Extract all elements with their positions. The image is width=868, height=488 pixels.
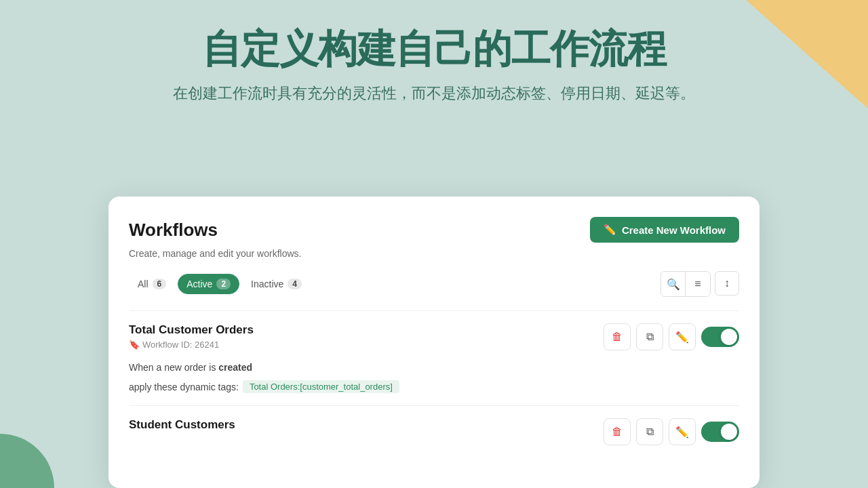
toggle-2[interactable]: [701, 422, 739, 442]
trash-icon-1: 🗑: [612, 331, 623, 343]
workflow-id-text-1: Workflow ID: 26241: [142, 340, 219, 350]
sort-icon: ↕: [724, 277, 730, 289]
filter-all-count: 6: [153, 279, 167, 289]
sort-button[interactable]: ↕: [715, 271, 739, 296]
filter-tab-all[interactable]: All 6: [129, 274, 175, 294]
tags-label-1: apply these dynamic tags:: [129, 382, 239, 392]
toggle-knob-1: [721, 329, 737, 345]
filter-inactive-count: 4: [288, 279, 302, 289]
edit-icon-1: ✏️: [675, 331, 689, 344]
filter-tab-inactive[interactable]: Inactive 4: [242, 274, 311, 294]
toolbar-right: 🔍 ≡ ↕: [660, 271, 739, 297]
search-filter-group: 🔍 ≡: [660, 271, 711, 297]
edit-button-2[interactable]: ✏️: [669, 418, 696, 445]
workflow-item-2-header: Student Customers 🗑 ⧉ ✏️: [129, 418, 739, 445]
copy-icon-1: ⧉: [646, 331, 654, 343]
decorative-corner-bottom-left: [0, 434, 54, 488]
pencil-icon: ✏️: [604, 224, 616, 236]
workflow-id-1: 🔖 Workflow ID: 26241: [129, 340, 604, 350]
search-icon: 🔍: [667, 278, 680, 291]
workflow-tags-1: apply these dynamic tags: Total Orders:[…: [129, 380, 739, 393]
workflow-actions-1: 🗑 ⧉ ✏️: [604, 323, 739, 350]
tag-icon-1: 🔖: [129, 340, 140, 350]
workflow-item-1: Total Customer Orders 🔖 Workflow ID: 262…: [129, 310, 739, 405]
filter-active-label: Active: [186, 279, 212, 289]
filter-active-count: 2: [216, 279, 231, 289]
copy-button-2[interactable]: ⧉: [636, 418, 663, 445]
filter-icon: ≡: [694, 278, 701, 290]
edit-icon-2: ✏️: [675, 426, 689, 439]
workflow-name-2: Student Customers: [129, 418, 604, 432]
filter-tab-active[interactable]: Active 2: [178, 274, 239, 294]
workflows-card: Workflows ✏️ Create New Workflow Create,…: [108, 197, 760, 488]
workflow-name-1: Total Customer Orders: [129, 323, 604, 337]
tag-badge-1: Total Orders:[customer_total_orders]: [243, 380, 399, 393]
filter-bar: All 6 Active 2 Inactive 4 🔍 ≡ ↕: [129, 271, 739, 297]
card-subtitle: Create, manage and edit your workflows.: [129, 248, 739, 259]
create-button-label: Create New Workflow: [622, 224, 726, 236]
search-button[interactable]: 🔍: [661, 272, 686, 296]
card-title: Workflows: [129, 220, 218, 241]
trigger-text-1: When a new order is: [129, 362, 218, 373]
main-title: 自定义构建自己的工作流程: [14, 27, 854, 70]
toggle-1[interactable]: [701, 327, 739, 347]
edit-button-1[interactable]: ✏️: [669, 323, 696, 350]
create-workflow-button[interactable]: ✏️ Create New Workflow: [590, 217, 739, 243]
workflow-item-2: Student Customers 🗑 ⧉ ✏️: [129, 405, 739, 458]
header-section: 自定义构建自己的工作流程 在创建工作流时具有充分的灵活性，而不是添加动态标签、停…: [0, 0, 868, 125]
workflow-info-1: Total Customer Orders 🔖 Workflow ID: 262…: [129, 323, 604, 350]
filter-all-label: All: [138, 279, 149, 289]
trash-icon-2: 🗑: [612, 426, 623, 438]
workflow-info-2: Student Customers: [129, 418, 604, 434]
filter-inactive-label: Inactive: [251, 279, 283, 289]
workflow-detail-1: When a new order is created: [129, 360, 739, 375]
card-header: Workflows ✏️ Create New Workflow: [129, 217, 739, 243]
workflow-item-1-header: Total Customer Orders 🔖 Workflow ID: 262…: [129, 323, 739, 350]
filter-button[interactable]: ≡: [686, 272, 710, 296]
delete-button-2[interactable]: 🗑: [604, 418, 631, 445]
delete-button-1[interactable]: 🗑: [604, 323, 631, 350]
workflow-actions-2: 🗑 ⧉ ✏️: [604, 418, 739, 445]
toggle-knob-2: [721, 424, 737, 440]
copy-icon-2: ⧉: [646, 426, 654, 438]
trigger-bold-1: created: [218, 362, 252, 373]
copy-button-1[interactable]: ⧉: [636, 323, 663, 350]
sub-title: 在创建工作流时具有充分的灵活性，而不是添加动态标签、停用日期、延迟等。: [14, 81, 854, 105]
